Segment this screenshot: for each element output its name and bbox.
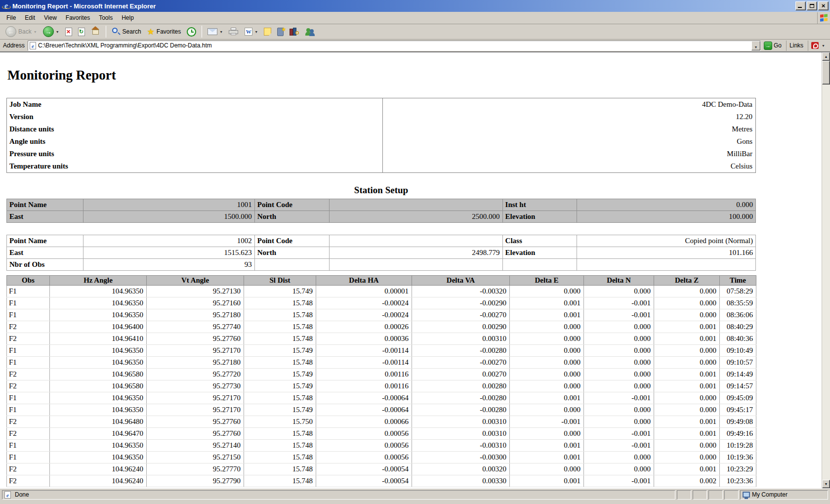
address-bar: Address e C:\Breuer\Technik\XML Programm…: [0, 40, 830, 52]
observation-cell: F1: [7, 392, 50, 404]
navigation-toolbar: ← Back ▼ → ▼ ✕ ↻ Search ★ Favorites: [0, 24, 830, 40]
menu-item-file[interactable]: File: [2, 13, 20, 23]
station-value: 101.166: [577, 247, 755, 259]
go-button[interactable]: → Go: [761, 40, 785, 51]
menu-item-help[interactable]: Help: [117, 13, 138, 23]
window-frame-bottom: [0, 501, 830, 504]
station-label: Class: [502, 235, 577, 247]
observation-cell: 09:49:08: [720, 416, 756, 428]
observation-row: F1104.9635095.2714015.7480.00056-0.00310…: [7, 440, 756, 452]
observation-row: F1104.9635095.2718015.748-0.00114-0.0027…: [7, 357, 756, 369]
observation-cell: 07:58:29: [720, 286, 756, 297]
station-label: Inst ht: [502, 199, 577, 211]
scrollbar-thumb[interactable]: [822, 61, 830, 84]
scroll-down-button[interactable]: ▼: [822, 480, 830, 488]
job-info-row: Job Name4DC Demo-Data: [7, 98, 755, 111]
station-value: 1515.623: [83, 247, 254, 259]
search-button[interactable]: Search: [109, 25, 144, 39]
adobe-toolbar-button[interactable]: ▼: [808, 41, 828, 51]
observation-cell: -0.00064: [316, 404, 412, 416]
observation-cell: 15.748: [244, 428, 316, 440]
observation-cell: 95.27760: [147, 416, 244, 428]
back-caret-icon: ▼: [34, 30, 37, 34]
observation-cell: 0.001: [654, 380, 720, 392]
refresh-icon: ↻: [78, 28, 85, 36]
observation-cell: 15.749: [244, 380, 316, 392]
observation-cell: 104.96350: [50, 392, 147, 404]
history-button[interactable]: [184, 25, 199, 39]
status-pane: [677, 490, 691, 500]
observation-cell: 0.000: [584, 345, 654, 357]
observation-cell: 0.001: [654, 333, 720, 345]
minimize-button[interactable]: [795, 1, 806, 10]
job-info-value: 4DC Demo-Data: [383, 98, 755, 111]
observation-cell: 15.748: [244, 321, 316, 333]
observation-cell: 09:10:57: [720, 357, 756, 369]
search-label: Search: [123, 28, 141, 35]
observation-cell: 0.001: [510, 440, 584, 452]
menu-item-view[interactable]: View: [40, 13, 61, 23]
close-button[interactable]: ×: [818, 1, 829, 10]
reference-books-button[interactable]: [287, 25, 302, 39]
scroll-up-icon: ▲: [825, 55, 828, 58]
stop-button[interactable]: ✕: [63, 25, 75, 39]
observation-cell: 95.27760: [147, 428, 244, 440]
observation-cell: 95.27180: [147, 309, 244, 321]
observation-cell: 0.00310: [412, 333, 510, 345]
observation-cell: 0.000: [510, 428, 584, 440]
observation-cell: 10:23:29: [720, 463, 756, 475]
back-button[interactable]: ← Back ▼: [3, 25, 40, 39]
job-info-label: Pressure units: [7, 148, 383, 160]
observations-column-header: Delta Z: [654, 276, 720, 286]
observation-cell: 95.27720: [147, 369, 244, 380]
station-label: [254, 259, 330, 271]
observation-cell: 0.001: [510, 297, 584, 309]
home-button[interactable]: [88, 25, 103, 39]
observation-cell: 0.001: [510, 392, 584, 404]
notes-button[interactable]: [261, 25, 274, 39]
observations-column-header: Delta HA: [316, 276, 412, 286]
station-value: 1002: [83, 235, 254, 247]
observation-cell: 0.000: [584, 404, 654, 416]
menu-item-tools[interactable]: Tools: [94, 13, 117, 23]
toolbar-separator: [202, 26, 202, 38]
observation-cell: 95.27170: [147, 345, 244, 357]
station-value: 1001: [83, 199, 254, 211]
observation-cell: 0.00056: [316, 452, 412, 463]
observation-cell: 0.00116: [316, 369, 412, 380]
observation-cell: 08:40:36: [720, 333, 756, 345]
observation-cell: 15.748: [244, 475, 316, 487]
refresh-button[interactable]: ↻: [76, 25, 87, 39]
observation-cell: -0.00280: [412, 345, 510, 357]
observation-cell: 15.749: [244, 345, 316, 357]
links-bar[interactable]: Links: [786, 41, 806, 51]
observation-cell: 95.27170: [147, 404, 244, 416]
scroll-up-button[interactable]: ▲: [822, 52, 830, 61]
research-button[interactable]: ★: [275, 25, 286, 39]
station-row: Point Name1002Point CodeClassCopied poin…: [7, 235, 756, 247]
forward-button[interactable]: → ▼: [41, 25, 62, 39]
vertical-scrollbar[interactable]: ▲ ▼: [822, 52, 830, 488]
address-input[interactable]: e C:\Breuer\Technik\XML Programming\Expo…: [28, 41, 761, 51]
observation-cell: 0.001: [654, 416, 720, 428]
menu-item-favorites[interactable]: Favorites: [61, 13, 94, 23]
observation-cell: 95.27170: [147, 392, 244, 404]
status-document-icon: e: [4, 491, 11, 499]
observation-cell: 104.96400: [50, 321, 147, 333]
observation-cell: 0.000: [510, 321, 584, 333]
restore-button[interactable]: [807, 1, 817, 10]
messenger-button[interactable]: [303, 25, 318, 39]
print-button[interactable]: [226, 25, 241, 39]
menu-item-edit[interactable]: Edit: [20, 13, 40, 23]
print-icon: [229, 28, 239, 36]
edit-word-button[interactable]: W ▼: [242, 25, 260, 39]
mail-button[interactable]: ▼: [205, 25, 225, 39]
station-row: Nbr of Obs93: [7, 259, 756, 271]
address-dropdown-button[interactable]: ▼: [751, 41, 760, 50]
observation-cell: 104.96470: [50, 428, 147, 440]
observation-cell: 0.00290: [412, 321, 510, 333]
minimize-icon: [798, 7, 802, 8]
observation-cell: -0.00280: [412, 392, 510, 404]
favorites-button[interactable]: ★ Favorites: [145, 25, 184, 39]
sticky-note-icon: [264, 28, 271, 36]
